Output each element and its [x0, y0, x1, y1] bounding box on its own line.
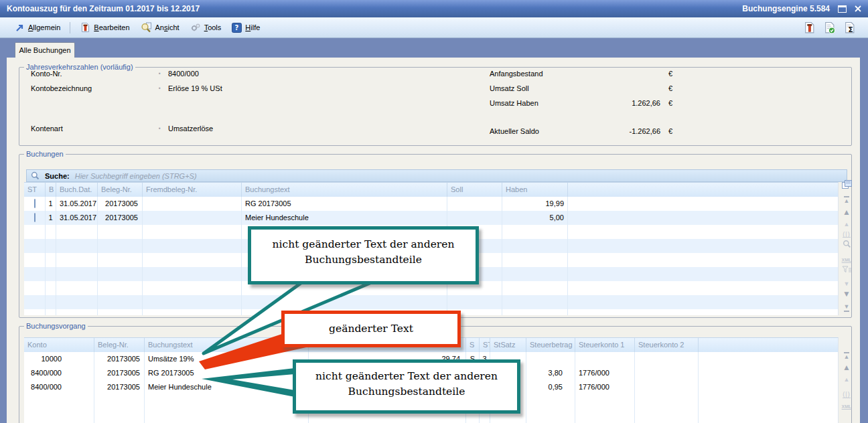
field-label: Anfangsbestand [490, 70, 543, 78]
field-value: -1.262,66 [549, 127, 660, 135]
application-window: { "titlebar": { "title": "Kontoauszug fü… [0, 0, 868, 423]
menu-item-tools[interactable]: Tools [185, 20, 227, 35]
record-detail-icon[interactable] [34, 213, 35, 222]
restore-window-icon[interactable] [838, 5, 847, 13]
field-label: Kontobezeichnung [31, 84, 92, 92]
currency-label: € [668, 99, 672, 107]
menu-separator [70, 22, 70, 33]
move-up-icon[interactable]: ▲ [838, 208, 855, 216]
scroll-bottom-icon[interactable]: ▼ [838, 302, 855, 312]
table-header-row: ST B Buch.Dat. Beleg-Nr. Fremdbeleg-Nr. … [24, 183, 838, 197]
column-header[interactable]: S [466, 338, 480, 352]
move-up-icon[interactable]: ▲ [838, 363, 855, 371]
column-header[interactable]: StSatz [490, 338, 526, 352]
menu-item-allgemein[interactable]: Allgemein [9, 21, 66, 35]
arrow-up-right-icon [15, 23, 25, 33]
bullet-icon: ▪ [159, 71, 161, 76]
title-bar: Kontoauszug für den Zeitraum 01.2017 bis… [0, 0, 868, 17]
separator-line [838, 237, 855, 238]
annotation-unchanged-text-top: nicht geänderter Text der anderen Buchun… [248, 226, 479, 284]
svg-text:Σ: Σ [848, 25, 853, 33]
column-header[interactable]: Konto [24, 338, 94, 352]
column-chooser-icon[interactable] [838, 180, 855, 189]
column-header[interactable]: Steuerkonto 2 [635, 338, 699, 352]
toolbar-right: Σ [803, 21, 868, 34]
menu-item-ansicht[interactable]: Ansicht [135, 20, 185, 35]
table-row[interactable] [24, 295, 838, 309]
section-jahresverkehrszahlen: Jahresverkehrszahlen (vorläufig) Konto-N… [19, 67, 852, 146]
column-header[interactable]: ST [480, 338, 490, 352]
field-value: Erlöse 19 % USt [168, 84, 222, 92]
help-icon: ? [232, 23, 242, 33]
window-title: Kontoauszug für den Zeitraum 01.2017 bis… [0, 4, 200, 13]
menu-bar: Allgemein Bearbeiten Ansicht Tools ? Hil… [0, 17, 868, 38]
app-name: Buchungsengine 5.584 [742, 4, 830, 13]
field-value: 1.262,66 [549, 99, 660, 107]
currency-label: € [668, 70, 672, 78]
column-header[interactable]: Haben [502, 183, 568, 197]
triangle-up-icon[interactable]: ▲ [838, 220, 855, 228]
gears-icon [190, 22, 201, 33]
currency-label: € [668, 84, 672, 92]
paren-icon[interactable]: (|) [838, 390, 855, 398]
separator-line [838, 398, 855, 398]
triangle-up-icon[interactable]: ▲ [838, 375, 855, 383]
triangle-down-icon[interactable]: ▼ [838, 279, 855, 287]
field-label: Umsatz Haben [490, 99, 538, 107]
svg-text:?: ? [235, 24, 239, 31]
scroll-top-icon[interactable]: ▲ [838, 196, 855, 204]
field-value: Umsatzerlöse [168, 124, 213, 133]
document-check-icon[interactable] [823, 21, 836, 34]
section-title: Buchungsvorgang [24, 322, 88, 331]
edit-document-icon[interactable] [803, 21, 816, 34]
scroll-top-icon[interactable]: ▲ [838, 352, 855, 360]
annotation-changed-text: geänderter Text [281, 311, 461, 347]
column-header[interactable]: Steuerkonto 1 [575, 338, 635, 352]
move-down-icon[interactable]: ▼ [838, 290, 855, 298]
search-label: Suche: [45, 172, 70, 180]
field-label: Konto-Nr. [31, 70, 62, 78]
bullet-icon: ▪ [159, 126, 161, 131]
column-header[interactable]: ST [24, 183, 46, 197]
menu-item-bearbeiten[interactable]: Bearbeiten [74, 20, 135, 35]
table-row[interactable]: 1 31.05.2017 20173005 RG 20173005 19,99 [24, 197, 838, 211]
view-magnifier-icon [141, 22, 152, 33]
bullet-icon: ▪ [159, 86, 161, 91]
close-icon[interactable] [855, 5, 861, 12]
column-header[interactable]: Beleg-Nr. [98, 183, 143, 197]
table-row[interactable]: 1 31.05.2017 20173005 Meier Hundeschule … [24, 211, 838, 225]
column-header[interactable]: Fremdbeleg-Nr. [143, 183, 242, 197]
xml-icon[interactable]: XML [838, 402, 855, 410]
record-detail-icon[interactable] [34, 199, 35, 208]
currency-label: € [668, 127, 672, 135]
annotation-unchanged-text-bottom: nicht geänderter Text der anderen Buchun… [293, 359, 520, 414]
field-label: Aktueller Saldo [490, 127, 539, 135]
document-sum-icon[interactable]: Σ [843, 21, 856, 34]
section-title: Buchungen [24, 150, 66, 159]
search-icon[interactable] [838, 240, 855, 248]
xml-icon[interactable]: XML [838, 255, 855, 263]
column-header[interactable]: Steuerbetrag [526, 338, 575, 352]
field-label: Umsatz Soll [490, 84, 529, 92]
column-header[interactable]: Buchungstext [242, 183, 447, 197]
column-header[interactable]: Soll [447, 183, 502, 197]
column-header[interactable]: B [46, 183, 56, 197]
search-bar[interactable]: Suche: Hier Suchbegriff eingeben (STRG+S… [26, 169, 847, 182]
field-label: Kontenart [31, 124, 63, 133]
column-header[interactable]: Buch.Dat. [56, 183, 98, 197]
edit-document-icon [80, 22, 90, 33]
menu-item-hilfe[interactable]: ? Hilfe [226, 21, 265, 35]
search-icon [31, 171, 40, 180]
column-header[interactable]: Beleg-Nr. [94, 338, 145, 352]
filter-icon[interactable] [838, 266, 855, 274]
field-value: 8400/000 [168, 70, 199, 78]
search-placeholder: Hier Suchbegriff eingeben (STRG+S) [75, 172, 197, 180]
tab-alle-buchungen[interactable]: Alle Buchungen [15, 42, 75, 58]
